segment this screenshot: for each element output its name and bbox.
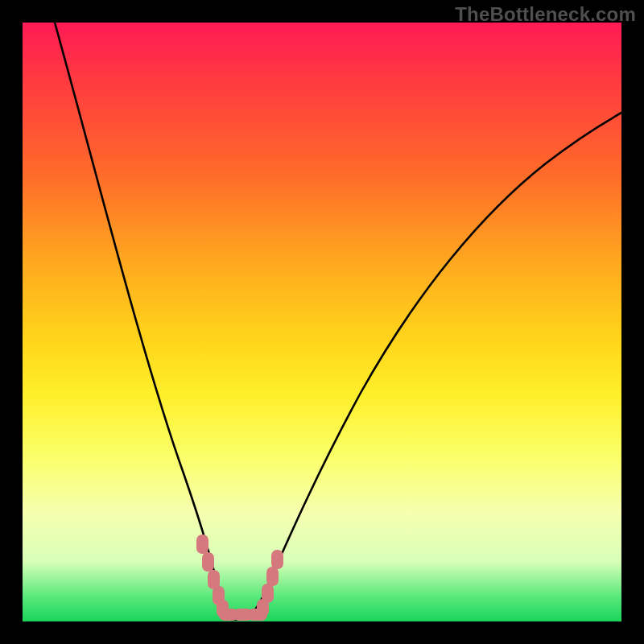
optimal-range-marker [196,535,283,621]
svg-rect-9 [262,584,274,603]
plot-area [23,23,621,621]
svg-rect-10 [266,567,279,586]
bottleneck-curve-left [55,23,232,620]
chart-frame: TheBottleneck.com [0,0,644,644]
chart-svg [23,23,621,621]
svg-rect-0 [196,535,208,554]
svg-rect-1 [202,552,214,572]
svg-rect-11 [271,550,283,569]
bottleneck-curve-right [232,113,621,620]
